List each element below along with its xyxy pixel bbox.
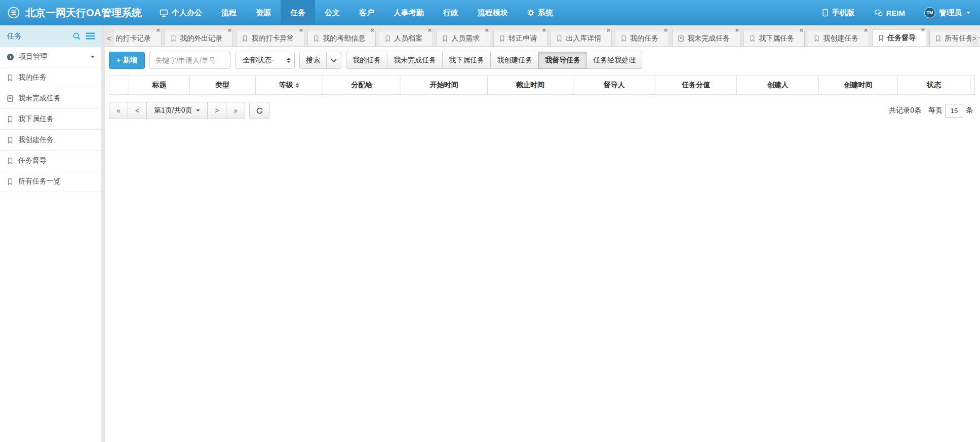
nav-item-resources[interactable]: 资源 bbox=[246, 0, 281, 25]
sort-icon[interactable] bbox=[295, 83, 299, 88]
sidebar-item-my-created-tasks[interactable]: 我创建任务 bbox=[0, 130, 101, 151]
sidebar-item-all-tasks[interactable]: 所有任务一览 bbox=[0, 171, 101, 192]
column-start-time[interactable]: 开始时间 bbox=[401, 76, 487, 95]
sidebar-item-my-tasks[interactable]: 我的任务 bbox=[0, 67, 101, 88]
sidebar-header: 任务 bbox=[0, 25, 101, 47]
add-button[interactable]: + 新增 bbox=[109, 52, 145, 69]
tab-personnel-demand[interactable]: 人员需求 × bbox=[436, 30, 490, 46]
search-icon[interactable] bbox=[72, 32, 81, 41]
user-menu[interactable]: TM 管理员 bbox=[915, 0, 980, 25]
close-icon[interactable]: × bbox=[607, 27, 611, 33]
prev-page-button[interactable]: < bbox=[128, 102, 147, 119]
nav-item-customers[interactable]: 客户 bbox=[349, 0, 384, 25]
bookmark-icon bbox=[499, 35, 505, 42]
last-page-button[interactable]: » bbox=[226, 102, 245, 119]
column-assignee[interactable]: 分配给 bbox=[323, 76, 401, 95]
column-level[interactable]: 等级 bbox=[255, 76, 323, 95]
close-icon[interactable]: × bbox=[299, 27, 303, 33]
bookmark-icon bbox=[7, 74, 14, 82]
close-icon[interactable]: × bbox=[485, 27, 489, 33]
menu-hamburger-icon[interactable] bbox=[86, 32, 95, 40]
bookmark-icon bbox=[384, 35, 391, 42]
tab-my-subordinate-tasks[interactable]: 我下属任务 × bbox=[743, 30, 805, 46]
close-icon[interactable]: × bbox=[800, 27, 804, 33]
bookmark-icon bbox=[442, 35, 448, 42]
close-icon[interactable]: × bbox=[228, 27, 232, 33]
sidebar: 任务 项目管理 bbox=[0, 25, 101, 442]
sidebar-splitter[interactable] bbox=[101, 25, 105, 442]
open-tabs-strip: < 的打卡记录 × 我的外出记录 × 我的打卡异常 × 我的考勤信息 × bbox=[105, 25, 980, 47]
tab-punch-record[interactable]: 的打卡记录 × bbox=[113, 30, 162, 46]
brand-bubble-icon bbox=[7, 6, 20, 19]
filter-my-subordinate-tasks[interactable]: 我下属任务 bbox=[442, 52, 491, 69]
refresh-button[interactable] bbox=[249, 102, 269, 119]
nav-item-process-module[interactable]: 流程模块 bbox=[468, 0, 518, 25]
nav-item-personal-office[interactable]: 个人办公 bbox=[150, 0, 212, 25]
bookmark-icon bbox=[7, 157, 14, 165]
tab-regularization-apply[interactable]: 转正申请 × bbox=[493, 30, 547, 46]
tab-my-unfinished-tasks[interactable]: 我未完成任务 × bbox=[672, 30, 740, 46]
tabs-scroll-right[interactable]: > bbox=[971, 34, 978, 46]
column-spacer-left bbox=[109, 76, 129, 95]
sidebar-item-my-subordinate-tasks[interactable]: 我下属任务 bbox=[0, 109, 101, 130]
per-page-input[interactable] bbox=[945, 104, 963, 118]
navbar-right-group: 手机版 REIM TM 管理员 bbox=[812, 0, 980, 25]
close-icon[interactable]: × bbox=[428, 27, 432, 33]
column-type[interactable]: 类型 bbox=[189, 76, 255, 95]
nav-item-administration[interactable]: 行政 bbox=[434, 0, 468, 25]
tabs-scroll-left[interactable]: < bbox=[106, 34, 113, 46]
close-icon[interactable]: × bbox=[542, 27, 546, 33]
filter-my-supervised-tasks[interactable]: 我督导任务 bbox=[538, 52, 587, 69]
close-icon[interactable]: × bbox=[156, 27, 161, 33]
chevron-down-icon bbox=[331, 57, 337, 62]
bookmark-icon bbox=[242, 35, 248, 42]
page-info-dropdown[interactable]: 第1页/共0页 bbox=[146, 102, 208, 119]
tab-my-outing-record[interactable]: 我的外出记录 × bbox=[165, 30, 233, 46]
filter-tasks-handled-by-me[interactable]: 任务经我处理 bbox=[586, 52, 642, 69]
nav-item-process[interactable]: 流程 bbox=[212, 0, 246, 25]
nav-item-documents[interactable]: 公文 bbox=[315, 0, 349, 25]
sidebar-item-project-mgmt[interactable]: 项目管理 bbox=[0, 47, 101, 67]
tab-inout-warehouse-detail[interactable]: 出入库详情 × bbox=[551, 30, 612, 46]
filter-my-created-tasks[interactable]: 我创建任务 bbox=[490, 52, 539, 69]
column-creator[interactable]: 创建人 bbox=[736, 76, 818, 95]
tab-task-supervision[interactable]: 任务督导 × bbox=[872, 29, 926, 47]
filter-my-tasks[interactable]: 我的任务 bbox=[346, 52, 387, 69]
nav-item-system[interactable]: 系统 bbox=[518, 0, 563, 25]
reim-chat-button[interactable]: REIM bbox=[865, 0, 915, 25]
sidebar-item-task-supervision[interactable]: 任务督导 bbox=[0, 151, 101, 171]
column-create-time[interactable]: 创建时间 bbox=[819, 76, 898, 95]
tab-my-created-tasks[interactable]: 我创建任务 × bbox=[808, 30, 869, 46]
close-icon[interactable]: × bbox=[735, 27, 739, 33]
mobile-version-button[interactable]: 手机版 bbox=[812, 0, 865, 25]
nav-item-tasks[interactable]: 任务 bbox=[281, 0, 315, 25]
column-title[interactable]: 标题 bbox=[129, 76, 190, 95]
tab-my-punch-abnormal[interactable]: 我的打卡异常 × bbox=[236, 30, 304, 46]
close-icon[interactable]: × bbox=[921, 27, 925, 33]
next-page-button[interactable]: > bbox=[207, 102, 226, 119]
tab-my-tasks[interactable]: 我的任务 × bbox=[615, 30, 669, 46]
search-split-button: 搜索 bbox=[299, 52, 341, 69]
tab-personnel-file[interactable]: 人员档案 × bbox=[379, 30, 433, 46]
column-supervisor[interactable]: 督导人 bbox=[573, 76, 655, 95]
column-deadline[interactable]: 截止时间 bbox=[487, 76, 573, 95]
bookmark-icon bbox=[813, 35, 820, 42]
select-arrows-icon bbox=[287, 58, 291, 63]
first-page-button[interactable]: « bbox=[109, 102, 128, 119]
status-select[interactable]: -全部状态- bbox=[235, 52, 295, 69]
column-spacer-right bbox=[970, 76, 975, 95]
chevron-down-icon[interactable] bbox=[91, 56, 95, 58]
search-button[interactable]: 搜索 bbox=[299, 52, 327, 69]
search-dropdown-button[interactable] bbox=[326, 52, 341, 69]
nav-item-hr-attendance[interactable]: 人事考勤 bbox=[384, 0, 434, 25]
filter-my-unfinished-tasks[interactable]: 我未完成任务 bbox=[387, 52, 443, 69]
book-icon bbox=[7, 95, 14, 102]
sidebar-item-my-unfinished-tasks[interactable]: 我未完成任务 bbox=[0, 88, 101, 109]
tab-my-attendance-info[interactable]: 我的考勤信息 × bbox=[307, 30, 376, 46]
column-task-score[interactable]: 任务分值 bbox=[655, 76, 737, 95]
close-icon[interactable]: × bbox=[371, 27, 375, 33]
close-icon[interactable]: × bbox=[664, 27, 668, 33]
keyword-search-input[interactable] bbox=[149, 52, 230, 69]
close-icon[interactable]: × bbox=[864, 27, 868, 33]
column-status[interactable]: 状态 bbox=[897, 76, 970, 95]
